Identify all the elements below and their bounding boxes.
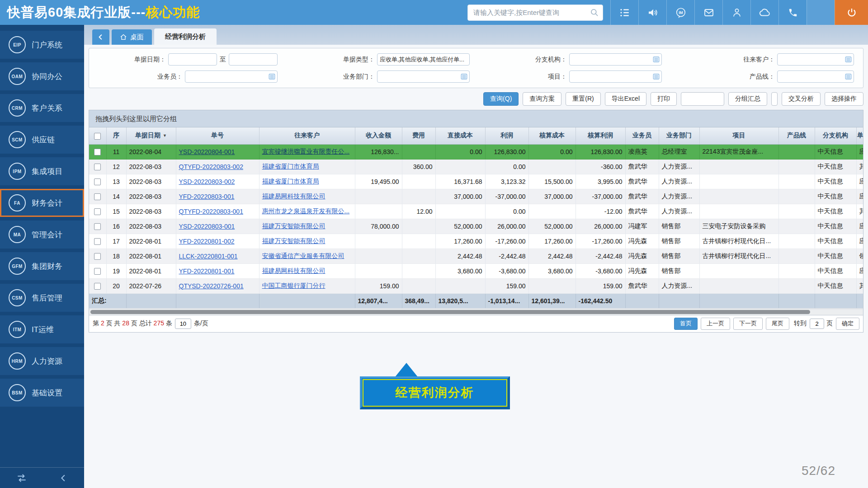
- tab-desktop[interactable]: 桌面: [112, 29, 152, 45]
- blank-narrow-button[interactable]: [771, 92, 778, 106]
- col-profit[interactable]: 利润: [485, 127, 528, 144]
- select-all-header[interactable]: [89, 127, 106, 144]
- goto-page-input[interactable]: [810, 319, 824, 329]
- page-size-input[interactable]: [175, 319, 191, 329]
- row-checkbox[interactable]: [94, 253, 101, 260]
- im-icon[interactable]: IM: [666, 0, 694, 25]
- next-page-button[interactable]: 下一页: [733, 318, 763, 330]
- table-row[interactable]: 16 2022-08-03 YSD-20220803-001 福建万安智能有限公…: [89, 219, 863, 234]
- tab-profit-analysis[interactable]: 经营利润分析: [154, 28, 217, 45]
- blank-button[interactable]: [681, 92, 724, 106]
- table-row[interactable]: 18 2022-08-01 LLCK-20220801-001 安徽省通信产业服…: [89, 249, 863, 263]
- col-doc-date[interactable]: 单据日期▼: [126, 127, 176, 144]
- table-row[interactable]: 11 2022-08-04 YSD-20220804-001 宜宾骏继洪骝置业有…: [89, 144, 863, 159]
- cross-analysis-button[interactable]: 交叉分析: [782, 92, 821, 106]
- branch-lookup-icon[interactable]: [653, 56, 660, 63]
- group-by-bar[interactable]: 拖拽列头到这里以用它分组: [89, 110, 863, 127]
- swap-arrows-icon[interactable]: [16, 472, 28, 484]
- row-checkbox[interactable]: [94, 164, 101, 170]
- power-icon[interactable]: [835, 0, 868, 25]
- col-customer[interactable]: 往来客户: [259, 127, 355, 144]
- customer-link[interactable]: 福建万安智能有限公司: [262, 237, 326, 244]
- product-line-lookup-icon[interactable]: [845, 73, 852, 80]
- sidebar-item[interactable]: IPM 集成项目: [0, 157, 84, 185]
- row-checkbox[interactable]: [94, 208, 101, 215]
- doc-no-link[interactable]: YFD-20220801-002: [179, 238, 235, 245]
- query-plan-button[interactable]: 查询方案: [523, 92, 561, 106]
- tab-back-button[interactable]: [92, 29, 109, 45]
- table-row[interactable]: 17 2022-08-01 YFD-20220801-002 福建万安智能有限公…: [89, 234, 863, 249]
- customer-link[interactable]: 中国工商银行厦门分行: [262, 282, 326, 289]
- col-expense[interactable]: 费用: [402, 127, 435, 144]
- table-row[interactable]: 19 2022-08-01 YFD-20220801-001 福建易网科技有限公…: [89, 263, 863, 278]
- table-row[interactable]: 14 2022-08-03 YFD-20220803-001 福建易网科技有限公…: [89, 189, 863, 204]
- sidebar-item[interactable]: ITM IT运维: [0, 315, 84, 343]
- user-icon[interactable]: [722, 0, 750, 25]
- reset-button[interactable]: 重置(R): [566, 92, 600, 106]
- row-checkbox[interactable]: [94, 283, 101, 290]
- group-summary-button[interactable]: 分组汇总: [728, 92, 767, 106]
- sidebar-item[interactable]: EIP 门户系统: [0, 31, 84, 59]
- customer-link[interactable]: 福建易网科技有限公司: [262, 192, 326, 200]
- doc-no-link[interactable]: LLCK-20220801-001: [179, 253, 238, 260]
- cloud-icon[interactable]: [750, 0, 778, 25]
- search-input[interactable]: [473, 9, 590, 16]
- sidebar-item[interactable]: MA 管理会计: [0, 221, 84, 249]
- doc-date-to-input[interactable]: [229, 53, 278, 66]
- customer-link[interactable]: 宜宾骏继洪骝置业有限责任公...: [262, 148, 350, 155]
- phone-icon[interactable]: [778, 0, 807, 25]
- salesman-input[interactable]: [185, 70, 278, 83]
- doc-type-input[interactable]: [377, 53, 470, 66]
- col-project[interactable]: 项目: [699, 127, 778, 144]
- dept-input[interactable]: [377, 70, 470, 83]
- table-row[interactable]: 13 2022-08-03 YSD-20220803-002 福建省厦门市体育局…: [89, 174, 863, 189]
- col-branch[interactable]: 分支机构: [815, 127, 856, 144]
- col-seq[interactable]: 序: [106, 127, 126, 144]
- sidebar-item[interactable]: SCM 供应链: [0, 126, 84, 154]
- row-checkbox[interactable]: [94, 178, 101, 185]
- product-line-input[interactable]: [777, 70, 854, 83]
- sidebar-item[interactable]: CRM 客户关系: [0, 94, 84, 122]
- customer-link[interactable]: 惠州市龙之泉温泉开发有限公...: [262, 207, 350, 215]
- col-income[interactable]: 收入金额: [355, 127, 402, 144]
- row-checkbox[interactable]: [94, 268, 101, 275]
- doc-no-link[interactable]: QTYSD-20220726-001: [179, 282, 244, 290]
- col-salesman[interactable]: 业务员: [625, 127, 659, 144]
- salesman-lookup-icon[interactable]: [269, 73, 275, 80]
- customer-input[interactable]: [777, 53, 854, 66]
- speaker-icon[interactable]: [638, 0, 666, 25]
- sidebar-item[interactable]: HRM 人力资源: [0, 347, 84, 375]
- doc-no-link[interactable]: QTYFD-20220803-001: [179, 208, 243, 215]
- col-doc-no[interactable]: 单号: [176, 127, 259, 144]
- col-acct-cost[interactable]: 核算成本: [528, 127, 576, 144]
- row-checkbox[interactable]: [94, 193, 101, 200]
- scrollbar-thumb[interactable]: [90, 310, 810, 314]
- collapse-sidebar-icon[interactable]: [59, 473, 69, 483]
- first-page-button[interactable]: 首页: [674, 318, 698, 330]
- doc-no-link[interactable]: YFD-20220803-001: [179, 193, 235, 200]
- branch-input[interactable]: [569, 53, 662, 66]
- col-direct-cost[interactable]: 直接成本: [435, 127, 485, 144]
- prev-page-button[interactable]: 上一页: [701, 318, 730, 330]
- customer-link[interactable]: 福建万安智能有限公司: [262, 222, 326, 230]
- doc-no-link[interactable]: YFD-20220801-001: [179, 267, 235, 275]
- row-checkbox[interactable]: [94, 149, 101, 155]
- sidebar-item[interactable]: GFM 集团财务: [0, 252, 84, 280]
- col-doc-type[interactable]: 单据类型: [856, 127, 863, 144]
- customer-link[interactable]: 安徽省通信产业服务有限公司: [262, 252, 344, 259]
- doc-no-link[interactable]: YSD-20220803-002: [179, 178, 235, 185]
- last-page-button[interactable]: 尾页: [766, 318, 789, 330]
- search-icon[interactable]: [590, 8, 599, 17]
- project-input[interactable]: [569, 70, 662, 83]
- col-product-line[interactable]: 产品线: [778, 127, 815, 144]
- doc-date-from-input[interactable]: [168, 53, 217, 66]
- col-acct-profit[interactable]: 核算利润: [576, 127, 625, 144]
- sidebar-item[interactable]: OAM 协同办公: [0, 62, 84, 90]
- table-row[interactable]: 15 2022-08-03 QTYFD-20220803-001 惠州市龙之泉温…: [89, 204, 863, 219]
- dept-lookup-icon[interactable]: [461, 73, 467, 80]
- sidebar-item[interactable]: FA 财务会计: [0, 189, 84, 217]
- table-row[interactable]: 12 2022-08-03 QTYFD-20220803-002 福建省厦门市体…: [89, 159, 863, 174]
- col-dept[interactable]: 业务部门: [659, 127, 699, 144]
- mail-icon[interactable]: [694, 0, 722, 25]
- doc-no-link[interactable]: QTYFD-20220803-002: [179, 163, 243, 170]
